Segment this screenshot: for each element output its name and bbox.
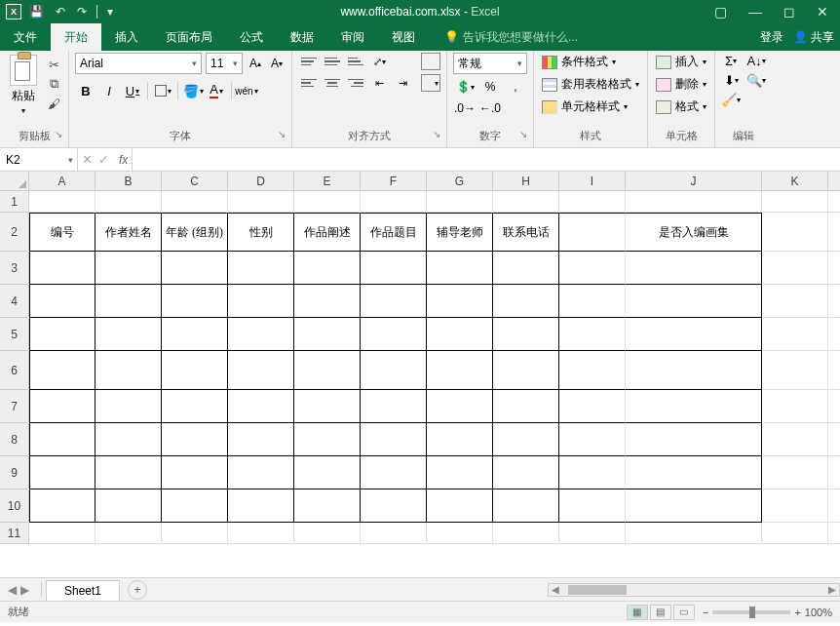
cell-A1[interactable] bbox=[29, 191, 95, 213]
borders-button[interactable]: ▾ bbox=[152, 80, 173, 101]
cell-L9[interactable] bbox=[828, 456, 840, 489]
cell-E3[interactable] bbox=[294, 252, 361, 285]
cell-D9[interactable] bbox=[228, 456, 294, 489]
cell-A5[interactable] bbox=[29, 318, 95, 351]
font-size-combo[interactable]: 11 ▾ bbox=[206, 53, 243, 74]
insert-cells-button[interactable]: 插入▾ bbox=[654, 53, 708, 71]
font-color-button[interactable]: A▾ bbox=[206, 80, 227, 101]
cell-J1[interactable] bbox=[626, 191, 762, 213]
scroll-thumb[interactable] bbox=[568, 585, 627, 595]
cell-J7[interactable] bbox=[626, 390, 762, 423]
cell-G7[interactable] bbox=[427, 390, 493, 423]
cell-C2[interactable]: 年龄 (组别) bbox=[162, 213, 228, 252]
sheet-nav-next-icon[interactable]: ▶ bbox=[20, 583, 29, 597]
cell-F11[interactable] bbox=[361, 523, 427, 544]
cell-F10[interactable] bbox=[361, 489, 427, 523]
cell-H3[interactable] bbox=[493, 252, 559, 285]
cell-B11[interactable] bbox=[95, 523, 162, 544]
clipboard-launcher-icon[interactable]: ↘ bbox=[55, 129, 62, 139]
cell-G8[interactable] bbox=[427, 423, 493, 456]
horizontal-scrollbar[interactable]: ◀ ▶ bbox=[548, 583, 840, 597]
cell-B8[interactable] bbox=[95, 423, 162, 456]
cell-C9[interactable] bbox=[162, 456, 228, 489]
font-name-combo[interactable]: Arial ▾ bbox=[75, 53, 202, 74]
share-button[interactable]: 👤 共享 bbox=[793, 29, 834, 46]
col-header-L[interactable]: L bbox=[828, 172, 840, 191]
row-header-6[interactable]: 6 bbox=[0, 351, 29, 390]
row-header-9[interactable]: 9 bbox=[0, 456, 29, 489]
row-header-1[interactable]: 1 bbox=[0, 191, 29, 213]
cell-H5[interactable] bbox=[493, 318, 559, 351]
sort-filter-button[interactable]: A↓▾ bbox=[746, 53, 766, 68]
cell-A11[interactable] bbox=[29, 523, 95, 544]
cell-K6[interactable] bbox=[762, 351, 828, 390]
cell-E9[interactable] bbox=[294, 456, 361, 489]
percent-format-button[interactable]: % bbox=[478, 78, 502, 96]
cell-B2[interactable]: 作者姓名 bbox=[95, 213, 162, 252]
cell-E1[interactable] bbox=[294, 191, 361, 213]
cell-F7[interactable] bbox=[361, 390, 427, 423]
cell-C8[interactable] bbox=[162, 423, 228, 456]
sheet-tab-sheet1[interactable]: Sheet1 bbox=[46, 580, 120, 601]
cell-C10[interactable] bbox=[162, 489, 228, 523]
align-left-button[interactable] bbox=[298, 74, 320, 92]
cell-F9[interactable] bbox=[361, 456, 427, 489]
cell-J2[interactable]: 是否入编画集 bbox=[626, 213, 762, 252]
format-painter-icon[interactable]: 🖌 bbox=[45, 96, 62, 111]
cell-F1[interactable] bbox=[361, 191, 427, 213]
fill-color-button[interactable]: 🪣▾ bbox=[182, 80, 204, 101]
cell-I7[interactable] bbox=[559, 390, 626, 423]
view-normal-button[interactable]: ▦ bbox=[627, 605, 648, 620]
col-header-C[interactable]: C bbox=[162, 172, 228, 191]
cell-B3[interactable] bbox=[95, 252, 162, 285]
cell-H8[interactable] bbox=[493, 423, 559, 456]
autosum-button[interactable]: Σ▾ bbox=[721, 53, 741, 68]
cell-H11[interactable] bbox=[493, 523, 559, 544]
cell-L1[interactable] bbox=[828, 191, 840, 213]
format-cells-button[interactable]: 格式▾ bbox=[654, 98, 708, 116]
cell-J11[interactable] bbox=[626, 523, 762, 544]
col-header-I[interactable]: I bbox=[559, 172, 626, 191]
align-middle-button[interactable] bbox=[322, 53, 343, 70]
cell-I2[interactable] bbox=[559, 213, 626, 252]
cell-F5[interactable] bbox=[361, 318, 427, 351]
cell-G6[interactable] bbox=[427, 351, 493, 390]
cell-G1[interactable] bbox=[427, 191, 493, 213]
cell-H6[interactable] bbox=[493, 351, 559, 390]
scroll-right-icon[interactable]: ▶ bbox=[825, 584, 839, 595]
cell-G3[interactable] bbox=[427, 252, 493, 285]
zoom-slider[interactable] bbox=[712, 610, 790, 614]
alignment-launcher-icon[interactable]: ↘ bbox=[433, 129, 440, 139]
cells-area[interactable]: 编号作者姓名年龄 (组别)性别作品阐述作品题目辅导老师联系电话是否入编画集 bbox=[29, 191, 840, 544]
cell-F2[interactable]: 作品题目 bbox=[361, 213, 427, 252]
cell-G9[interactable] bbox=[427, 456, 493, 489]
row-header-7[interactable]: 7 bbox=[0, 390, 29, 423]
cell-J9[interactable] bbox=[626, 456, 762, 489]
paste-button[interactable]: 粘贴 ▾ bbox=[6, 53, 41, 117]
bold-button[interactable]: B bbox=[75, 80, 96, 101]
cell-I11[interactable] bbox=[559, 523, 626, 544]
cell-D1[interactable] bbox=[228, 191, 294, 213]
cell-E2[interactable]: 作品阐述 bbox=[294, 213, 361, 252]
cell-J4[interactable] bbox=[626, 285, 762, 318]
cell-C11[interactable] bbox=[162, 523, 228, 544]
cell-C5[interactable] bbox=[162, 318, 228, 351]
cell-C6[interactable] bbox=[162, 351, 228, 390]
cell-E10[interactable] bbox=[294, 489, 361, 523]
cell-A8[interactable] bbox=[29, 423, 95, 456]
cell-K11[interactable] bbox=[762, 523, 828, 544]
cell-J6[interactable] bbox=[626, 351, 762, 390]
cell-C3[interactable] bbox=[162, 252, 228, 285]
scroll-left-icon[interactable]: ◀ bbox=[549, 584, 562, 595]
cell-F4[interactable] bbox=[361, 285, 427, 318]
comma-format-button[interactable]: , bbox=[504, 78, 527, 96]
number-format-combo[interactable]: 常规 ▾ bbox=[453, 53, 527, 74]
cut-icon[interactable]: ✂ bbox=[45, 57, 62, 72]
sheet-nav-prev-icon[interactable]: ◀ bbox=[8, 583, 17, 597]
cell-D3[interactable] bbox=[228, 252, 294, 285]
cell-F8[interactable] bbox=[361, 423, 427, 456]
cell-B10[interactable] bbox=[95, 489, 162, 523]
cell-G5[interactable] bbox=[427, 318, 493, 351]
cell-styles-button[interactable]: 单元格样式▾ bbox=[540, 98, 641, 116]
cell-B1[interactable] bbox=[95, 191, 162, 213]
